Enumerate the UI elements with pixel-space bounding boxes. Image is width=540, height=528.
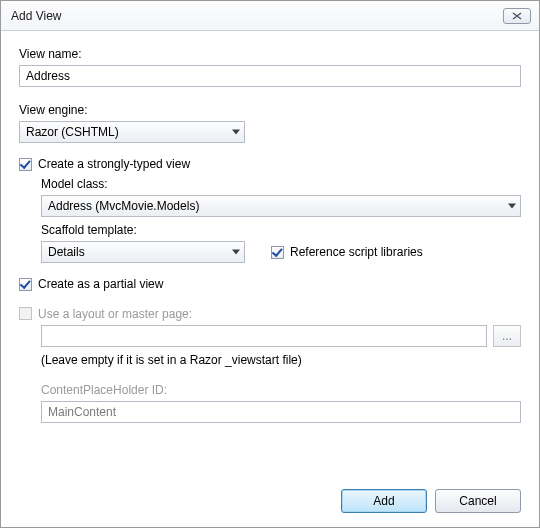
use-layout-label: Use a layout or master page: <box>38 307 192 321</box>
close-icon <box>512 12 522 20</box>
model-class-value: Address (MvcMovie.Models) <box>48 199 199 213</box>
model-class-label: Model class: <box>41 177 521 191</box>
cancel-button[interactable]: Cancel <box>435 489 521 513</box>
close-button[interactable] <box>503 8 531 24</box>
chevron-down-icon <box>508 204 516 209</box>
model-class-combo[interactable]: Address (MvcMovie.Models) <box>41 195 521 217</box>
view-engine-combo[interactable]: Razor (CSHTML) <box>19 121 245 143</box>
scaffold-combo[interactable]: Details <box>41 241 245 263</box>
strongly-typed-row[interactable]: Create a strongly-typed view <box>19 157 521 171</box>
partial-view-label: Create as a partial view <box>38 277 163 291</box>
scaffold-value: Details <box>48 245 85 259</box>
layout-group: ... (Leave empty if it is set in a Razor… <box>41 325 521 423</box>
placeholder-id-input <box>41 401 521 423</box>
dialog-footer: Add Cancel <box>1 479 539 527</box>
view-engine-value: Razor (CSHTML) <box>26 125 119 139</box>
reference-scripts-label: Reference script libraries <box>290 245 423 259</box>
reference-scripts-checkbox[interactable] <box>271 246 284 259</box>
placeholder-id-label: ContentPlaceHolder ID: <box>41 383 521 397</box>
use-layout-checkbox <box>19 307 32 320</box>
titlebar: Add View <box>1 1 539 31</box>
view-name-input[interactable] <box>19 65 521 87</box>
chevron-down-icon <box>232 250 240 255</box>
use-layout-row: Use a layout or master page: <box>19 305 521 321</box>
partial-view-checkbox[interactable] <box>19 278 32 291</box>
layout-path-input <box>41 325 487 347</box>
add-view-dialog: Add View View name: View engine: Razor (… <box>0 0 540 528</box>
view-engine-label: View engine: <box>19 103 521 117</box>
strongly-typed-group: Model class: Address (MvcMovie.Models) S… <box>41 175 521 263</box>
browse-layout-button: ... <box>493 325 521 347</box>
strongly-typed-checkbox[interactable] <box>19 158 32 171</box>
strongly-typed-label: Create a strongly-typed view <box>38 157 190 171</box>
chevron-down-icon <box>232 130 240 135</box>
dialog-body: View name: View engine: Razor (CSHTML) C… <box>1 31 539 479</box>
add-button[interactable]: Add <box>341 489 427 513</box>
scaffold-label: Scaffold template: <box>41 223 521 237</box>
reference-scripts-row[interactable]: Reference script libraries <box>271 245 423 259</box>
layout-hint: (Leave empty if it is set in a Razor _vi… <box>41 353 521 367</box>
view-name-label: View name: <box>19 47 521 61</box>
window-title: Add View <box>11 9 503 23</box>
partial-view-row[interactable]: Create as a partial view <box>19 277 521 291</box>
